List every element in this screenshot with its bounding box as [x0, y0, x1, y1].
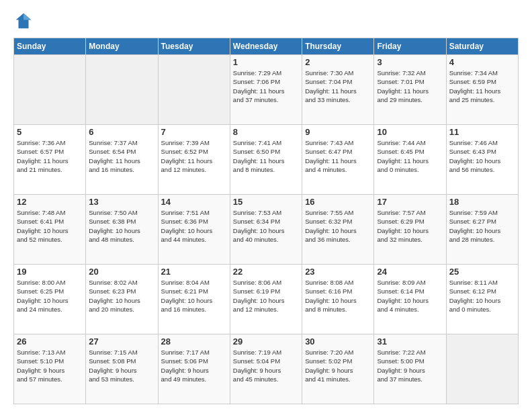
day-info: Sunrise: 8:02 AM Sunset: 6:23 PM Dayligh… [89, 278, 154, 314]
weekday-header-thursday: Thursday [302, 38, 374, 55]
calendar-cell [14, 55, 86, 125]
day-number: 28 [161, 336, 227, 347]
day-number: 24 [377, 267, 443, 277]
day-info: Sunrise: 7:39 AM Sunset: 6:52 PM Dayligh… [161, 138, 227, 174]
calendar-table: SundayMondayTuesdayWednesdayThursdayFrid… [13, 38, 519, 404]
day-number: 17 [377, 197, 443, 207]
calendar-cell: 22Sunrise: 8:06 AM Sunset: 6:19 PM Dayli… [230, 265, 302, 334]
day-number: 2 [305, 57, 371, 67]
calendar-cell [158, 55, 230, 125]
day-info: Sunrise: 7:59 AM Sunset: 6:27 PM Dayligh… [449, 208, 515, 244]
day-info: Sunrise: 7:22 AM Sunset: 5:00 PM Dayligh… [377, 348, 443, 383]
day-info: Sunrise: 7:34 AM Sunset: 6:59 PM Dayligh… [449, 68, 515, 104]
calendar-cell: 15Sunrise: 7:53 AM Sunset: 6:34 PM Dayli… [230, 195, 302, 265]
calendar-cell: 19Sunrise: 8:00 AM Sunset: 6:25 PM Dayli… [14, 265, 86, 334]
calendar-cell [86, 55, 158, 125]
day-info: Sunrise: 7:17 AM Sunset: 5:06 PM Dayligh… [161, 348, 227, 383]
day-number: 14 [161, 197, 227, 207]
day-number: 5 [17, 127, 83, 137]
calendar-cell: 4Sunrise: 7:34 AM Sunset: 6:59 PM Daylig… [446, 55, 518, 125]
calendar-week-1: 5Sunrise: 7:36 AM Sunset: 6:57 PM Daylig… [14, 125, 519, 195]
day-info: Sunrise: 7:19 AM Sunset: 5:04 PM Dayligh… [233, 348, 299, 383]
day-number: 10 [377, 127, 443, 137]
day-info: Sunrise: 7:46 AM Sunset: 6:43 PM Dayligh… [449, 138, 515, 174]
day-number: 3 [377, 57, 443, 67]
calendar-cell: 29Sunrise: 7:19 AM Sunset: 5:04 PM Dayli… [230, 334, 302, 404]
calendar-cell: 28Sunrise: 7:17 AM Sunset: 5:06 PM Dayli… [158, 334, 230, 404]
day-info: Sunrise: 7:29 AM Sunset: 7:06 PM Dayligh… [233, 68, 299, 104]
day-info: Sunrise: 7:55 AM Sunset: 6:32 PM Dayligh… [305, 208, 371, 244]
day-info: Sunrise: 8:04 AM Sunset: 6:21 PM Dayligh… [161, 278, 227, 314]
calendar-cell: 20Sunrise: 8:02 AM Sunset: 6:23 PM Dayli… [86, 265, 158, 334]
weekday-header-row: SundayMondayTuesdayWednesdayThursdayFrid… [14, 38, 519, 55]
calendar-cell: 2Sunrise: 7:30 AM Sunset: 7:04 PM Daylig… [302, 55, 374, 125]
day-info: Sunrise: 7:13 AM Sunset: 5:10 PM Dayligh… [17, 348, 83, 383]
calendar-week-3: 19Sunrise: 8:00 AM Sunset: 6:25 PM Dayli… [14, 265, 519, 334]
day-number: 29 [233, 336, 299, 347]
day-info: Sunrise: 7:36 AM Sunset: 6:57 PM Dayligh… [17, 138, 83, 174]
calendar-cell: 14Sunrise: 7:51 AM Sunset: 6:36 PM Dayli… [158, 195, 230, 265]
day-info: Sunrise: 7:37 AM Sunset: 6:54 PM Dayligh… [89, 138, 154, 174]
weekday-header-wednesday: Wednesday [230, 38, 302, 55]
calendar-cell: 11Sunrise: 7:46 AM Sunset: 6:43 PM Dayli… [446, 125, 518, 195]
svg-marker-1 [24, 13, 31, 20]
day-number: 21 [161, 267, 227, 277]
calendar-cell: 30Sunrise: 7:20 AM Sunset: 5:02 PM Dayli… [302, 334, 374, 404]
calendar-cell: 24Sunrise: 8:09 AM Sunset: 6:14 PM Dayli… [374, 265, 446, 334]
day-info: Sunrise: 8:11 AM Sunset: 6:12 PM Dayligh… [449, 278, 515, 314]
calendar-cell: 18Sunrise: 7:59 AM Sunset: 6:27 PM Dayli… [446, 195, 518, 265]
calendar-cell [446, 334, 518, 404]
day-number: 4 [449, 57, 515, 67]
calendar-cell: 31Sunrise: 7:22 AM Sunset: 5:00 PM Dayli… [374, 334, 446, 404]
calendar-cell: 3Sunrise: 7:32 AM Sunset: 7:01 PM Daylig… [374, 55, 446, 125]
calendar-cell: 10Sunrise: 7:44 AM Sunset: 6:45 PM Dayli… [374, 125, 446, 195]
day-info: Sunrise: 7:48 AM Sunset: 6:41 PM Dayligh… [17, 208, 83, 244]
calendar-cell: 21Sunrise: 8:04 AM Sunset: 6:21 PM Dayli… [158, 265, 230, 334]
calendar-cell: 7Sunrise: 7:39 AM Sunset: 6:52 PM Daylig… [158, 125, 230, 195]
day-number: 11 [449, 127, 515, 137]
calendar-cell: 6Sunrise: 7:37 AM Sunset: 6:54 PM Daylig… [86, 125, 158, 195]
day-info: Sunrise: 7:32 AM Sunset: 7:01 PM Dayligh… [377, 68, 443, 104]
day-info: Sunrise: 7:20 AM Sunset: 5:02 PM Dayligh… [305, 348, 371, 383]
day-info: Sunrise: 7:43 AM Sunset: 6:47 PM Dayligh… [305, 138, 371, 174]
calendar-cell: 23Sunrise: 8:08 AM Sunset: 6:16 PM Dayli… [302, 265, 374, 334]
day-number: 25 [449, 267, 515, 277]
calendar-cell: 17Sunrise: 7:57 AM Sunset: 6:29 PM Dayli… [374, 195, 446, 265]
calendar-week-2: 12Sunrise: 7:48 AM Sunset: 6:41 PM Dayli… [14, 195, 519, 265]
day-number: 27 [89, 336, 154, 347]
day-number: 9 [305, 127, 371, 137]
calendar-cell: 12Sunrise: 7:48 AM Sunset: 6:41 PM Dayli… [14, 195, 86, 265]
calendar-cell: 13Sunrise: 7:50 AM Sunset: 6:38 PM Dayli… [86, 195, 158, 265]
day-number: 18 [449, 197, 515, 207]
day-number: 30 [305, 336, 371, 347]
calendar-cell: 16Sunrise: 7:55 AM Sunset: 6:32 PM Dayli… [302, 195, 374, 265]
calendar-body: 1Sunrise: 7:29 AM Sunset: 7:06 PM Daylig… [14, 55, 519, 404]
weekday-header-sunday: Sunday [14, 38, 86, 55]
weekday-header-monday: Monday [86, 38, 158, 55]
calendar-cell: 9Sunrise: 7:43 AM Sunset: 6:47 PM Daylig… [302, 125, 374, 195]
day-info: Sunrise: 8:00 AM Sunset: 6:25 PM Dayligh… [17, 278, 83, 314]
day-info: Sunrise: 7:41 AM Sunset: 6:50 PM Dayligh… [233, 138, 299, 174]
day-number: 13 [89, 197, 154, 207]
day-number: 12 [17, 197, 83, 207]
day-info: Sunrise: 7:30 AM Sunset: 7:04 PM Dayligh… [305, 68, 371, 104]
day-info: Sunrise: 7:15 AM Sunset: 5:08 PM Dayligh… [89, 348, 154, 383]
logo [13, 11, 36, 31]
day-info: Sunrise: 8:08 AM Sunset: 6:16 PM Dayligh… [305, 278, 371, 314]
logo-icon [13, 11, 34, 31]
day-info: Sunrise: 7:51 AM Sunset: 6:36 PM Dayligh… [161, 208, 227, 244]
page: SundayMondayTuesdayWednesdayThursdayFrid… [0, 0, 532, 411]
weekday-header-friday: Friday [374, 38, 446, 55]
calendar-cell: 5Sunrise: 7:36 AM Sunset: 6:57 PM Daylig… [14, 125, 86, 195]
calendar-cell: 26Sunrise: 7:13 AM Sunset: 5:10 PM Dayli… [14, 334, 86, 404]
calendar-cell: 27Sunrise: 7:15 AM Sunset: 5:08 PM Dayli… [86, 334, 158, 404]
day-number: 31 [377, 336, 443, 347]
calendar-week-0: 1Sunrise: 7:29 AM Sunset: 7:06 PM Daylig… [14, 55, 519, 125]
weekday-header-saturday: Saturday [446, 38, 518, 55]
day-number: 23 [305, 267, 371, 277]
day-number: 1 [233, 57, 299, 67]
day-number: 19 [17, 267, 83, 277]
day-number: 8 [233, 127, 299, 137]
day-info: Sunrise: 7:57 AM Sunset: 6:29 PM Dayligh… [377, 208, 443, 244]
day-number: 15 [233, 197, 299, 207]
